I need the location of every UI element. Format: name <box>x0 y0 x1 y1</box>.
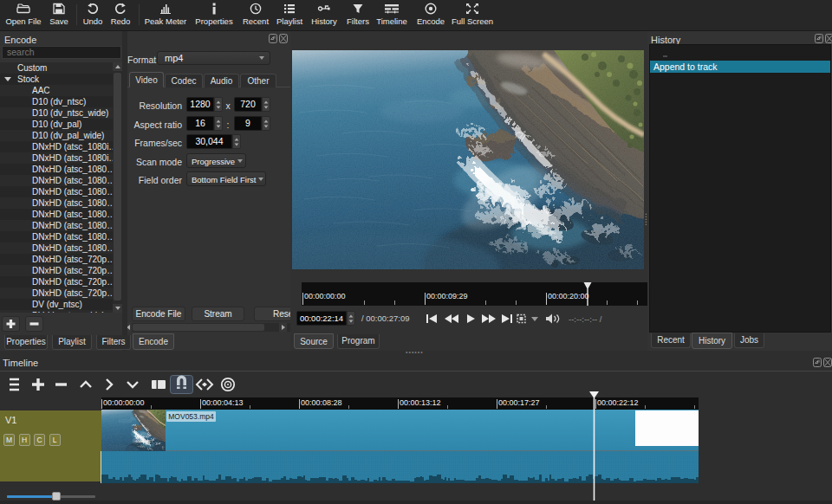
svg-text:--:--:--:-- /: --:--:--:-- / <box>569 314 602 324</box>
